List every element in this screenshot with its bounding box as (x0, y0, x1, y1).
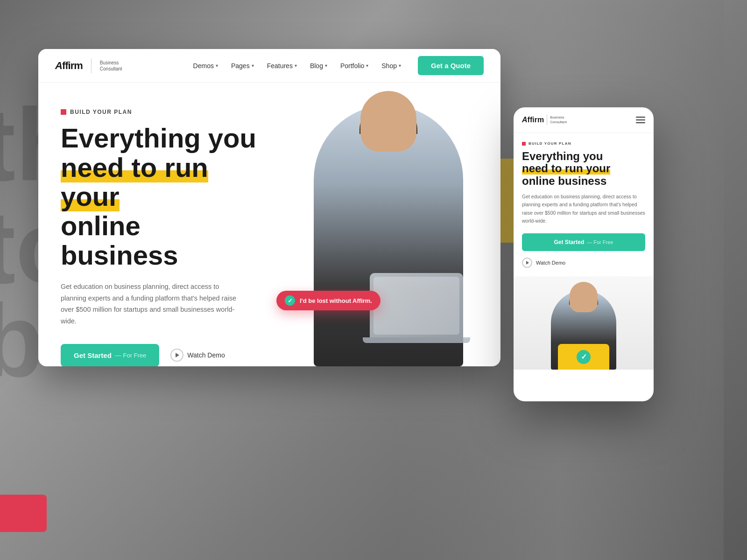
mobile-red-square-icon (522, 142, 526, 146)
bg-text-3: b (0, 289, 44, 392)
mobile-get-started-button[interactable]: Get Started — For Free (522, 233, 645, 251)
mobile-play-triangle-icon (526, 261, 529, 265)
mobile-card: Affirm Business Consultant Build Your Pl… (514, 107, 654, 401)
laptop-decoration (370, 273, 463, 338)
red-square-icon (61, 109, 66, 115)
hamburger-menu-button[interactable] (636, 117, 645, 123)
nav-link-blog[interactable]: Blog ▾ (304, 58, 333, 73)
nav-item-features[interactable]: Features ▾ (261, 58, 303, 73)
chevron-down-icon: ▾ (252, 63, 254, 68)
play-triangle-icon (176, 353, 179, 357)
nav-link-shop[interactable]: Shop ▾ (376, 58, 407, 73)
check-mark-icon: ✓ (288, 297, 293, 304)
desktop-nav-links: Demos ▾ Pages ▾ Features ▾ Blog ▾ (188, 58, 407, 73)
hero-title: Everything you need to run your online b… (61, 124, 259, 270)
chevron-down-icon: ▾ (366, 63, 368, 68)
build-plan-tag: Build Your Plan (61, 109, 259, 115)
hero-left-content: Build Your Plan Everything you need to r… (38, 83, 281, 366)
mobile-logo: Affirm Business Consultant (522, 115, 567, 125)
testimonial-badge: ✓ I'd be lost without Affirm. (276, 291, 381, 310)
get-quote-button[interactable]: Get a Quote (418, 56, 484, 75)
mobile-play-circle-icon (522, 258, 532, 268)
mobile-hero: Build Your Plan Everything you need to r… (514, 133, 654, 268)
mobile-person-area: ✓ (514, 276, 654, 370)
mobile-build-plan-tag: Build Your Plan (522, 141, 645, 146)
nav-item-portfolio[interactable]: Portfolio ▾ (335, 58, 374, 73)
nav-item-demos[interactable]: Demos ▾ (188, 58, 224, 73)
nav-link-portfolio[interactable]: Portfolio ▾ (335, 58, 374, 73)
check-circle-icon: ✓ (285, 295, 295, 306)
nav-link-demos[interactable]: Demos ▾ (188, 58, 224, 73)
mobile-watch-demo-button[interactable]: Watch Demo (522, 258, 565, 268)
mobile-check-circle-icon: ✓ (577, 350, 591, 364)
desktop-logo-subtitle: Business Consultant (100, 60, 122, 72)
watch-demo-button[interactable]: Watch Demo (170, 349, 225, 362)
mobile-navbar: Affirm Business Consultant (514, 107, 654, 133)
mobile-person-head (570, 282, 598, 312)
hero-description: Get education on business planning, dire… (61, 281, 238, 327)
mobile-yellow-badge: ✓ (558, 344, 609, 370)
chevron-down-icon: ▾ (295, 63, 297, 68)
desktop-card: Affirm Business Consultant Demos ▾ Pages… (38, 49, 500, 366)
desktop-hero: Build Your Plan Everything you need to r… (38, 83, 500, 366)
nav-item-pages[interactable]: Pages ▾ (226, 58, 260, 73)
get-started-button[interactable]: Get Started — For Free (61, 344, 159, 366)
hamburger-line (636, 122, 645, 123)
mobile-logo-divider (547, 115, 547, 125)
play-circle-icon (170, 349, 183, 362)
chevron-down-icon: ▾ (325, 63, 327, 68)
logo-divider (91, 58, 92, 73)
chevron-down-icon: ▾ (216, 63, 218, 68)
hero-actions: Get Started — For Free Watch Demo (61, 344, 259, 366)
mobile-logo-subtitle: Business Consultant (550, 115, 567, 125)
nav-item-blog[interactable]: Blog ▾ (304, 58, 333, 73)
hero-right-content: ✓ I'd be lost without Affirm. (276, 83, 500, 366)
hero-title-highlighted: need to run your (61, 152, 208, 212)
desktop-navbar: Affirm Business Consultant Demos ▾ Pages… (38, 49, 500, 83)
nav-item-shop[interactable]: Shop ▾ (376, 58, 407, 73)
mobile-hero-title: Everything you need to run your online b… (522, 150, 645, 187)
mobile-check-mark-icon: ✓ (581, 352, 587, 361)
nav-link-features[interactable]: Features ▾ (261, 58, 303, 73)
mobile-hero-description: Get education on business planning, dire… (522, 193, 645, 225)
mobile-logo-mark: Affirm (522, 116, 544, 124)
bg-pink-decoration (0, 495, 47, 532)
chevron-down-icon: ▾ (399, 63, 401, 68)
desktop-logo-mark: Affirm (55, 60, 83, 72)
desktop-logo: Affirm Business Consultant (55, 58, 122, 73)
mobile-title-highlighted: need to run your (522, 162, 610, 175)
nav-link-pages[interactable]: Pages ▾ (226, 58, 260, 73)
person-head (360, 91, 416, 152)
laptop-base (363, 337, 470, 343)
hamburger-line (636, 119, 645, 120)
hamburger-line (636, 117, 645, 118)
laptop-screen (374, 277, 459, 335)
